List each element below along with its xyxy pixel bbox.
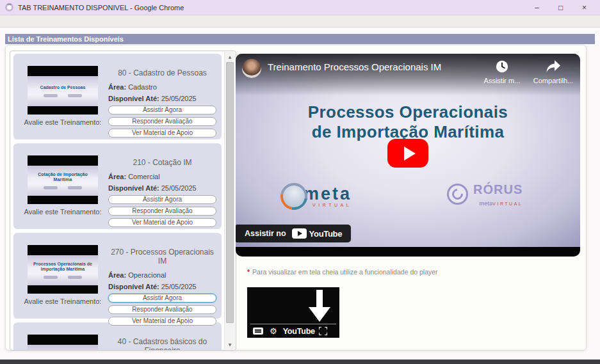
- training-title: 40 - Cadastros básicos do Financeiro: [108, 337, 216, 350]
- maximize-button[interactable]: □: [549, 0, 572, 15]
- view-material-button[interactable]: Ver Material de Apoio: [108, 218, 216, 227]
- card-right-column: 40 - Cadastros básicos do Financeiro: [103, 329, 216, 350]
- training-thumbnail[interactable]: [28, 335, 98, 350]
- card-left-column: Cotação de Importação Marítima Avalie es…: [22, 150, 103, 224]
- rorus-swirl-icon: [447, 184, 468, 205]
- card-left-column: Cadastro de Pessoas Avalie este Treiname…: [22, 60, 103, 134]
- window-controls: – □ ×: [525, 0, 596, 15]
- youtube-wordmark: YouTube: [309, 229, 343, 239]
- training-card-270: Processos Operacionais de Importação Mar…: [13, 233, 222, 319]
- available-label: Disponível Até:: [108, 283, 159, 290]
- main-panel: Cadastro de Pessoas Avalie este Treiname…: [5, 45, 587, 351]
- thumbnail-logos: [44, 276, 82, 279]
- note-asterisk: *: [247, 268, 250, 276]
- fullscreen-note: *Para visualizar em tela cheia utilize a…: [247, 268, 438, 276]
- watch-on-youtube-button[interactable]: Assistir no YouTube: [236, 225, 351, 242]
- watch-on-label: Assistir no: [245, 229, 286, 238]
- player-controls-row: ⚙ YouTube: [247, 324, 339, 338]
- watch-later-button[interactable]: Assistir m...: [475, 59, 529, 84]
- share-label: Compartilh...: [526, 77, 580, 84]
- share-button[interactable]: Compartilh...: [526, 59, 580, 84]
- play-icon: [404, 146, 416, 161]
- scrollbar-thumb[interactable]: [226, 62, 234, 323]
- area-label: Área:: [108, 83, 126, 91]
- rorus-logo: [68, 94, 82, 97]
- area-label: Área:: [108, 173, 126, 180]
- thumbnail-letterbox-bottom: [28, 106, 98, 115]
- meta-virtual-logo: [44, 186, 58, 189]
- training-title: 270 - Processos Operacionais IM: [108, 248, 216, 265]
- list-scrollbar[interactable]: ▲ ▼: [224, 52, 235, 349]
- thumbnail-logos: [44, 94, 82, 97]
- training-thumbnail[interactable]: Cadastro de Pessoas: [28, 66, 98, 115]
- thumbnail-letterbox-top: [28, 245, 98, 255]
- available-line: Disponível Até:25/05/2025: [108, 283, 216, 290]
- clock-icon: [495, 59, 509, 74]
- answer-evaluation-button[interactable]: Responder Avaliação: [108, 207, 216, 216]
- thumbnail-slide: Cotação de Importação Marítima: [28, 166, 98, 196]
- training-title: 210 - Cotação IM: [108, 158, 216, 167]
- rate-training-label: Avalie este Treinamento:: [24, 208, 102, 216]
- close-button[interactable]: ×: [572, 0, 596, 15]
- thumbnail-logos: [44, 186, 82, 189]
- minimize-button[interactable]: –: [525, 0, 549, 15]
- watch-now-button[interactable]: Assistir Agora: [108, 106, 216, 115]
- titlebar: TAB TREINAMENTO DISPONIVEL - Google Chro…: [0, 0, 600, 15]
- subtitles-icon: [253, 328, 263, 335]
- view-material-button[interactable]: Ver Material de Apoio: [108, 129, 216, 138]
- meta-virtual-logo: [44, 276, 58, 279]
- video-player[interactable]: Processos Operacionais de Importação Mar…: [236, 54, 580, 257]
- available-label: Disponível Até:: [108, 184, 159, 192]
- card-right-column: 270 - Processos Operacionais IM Área:Ope…: [103, 239, 216, 313]
- watch-now-button-focused[interactable]: Assistir Agora: [108, 294, 216, 303]
- scrollbar-down-icon[interactable]: ▼: [225, 340, 235, 349]
- thumbnail-slide: Cadastro de Pessoas: [28, 76, 98, 106]
- area-value: Cadastro: [128, 83, 157, 91]
- slide-title: Processos Operacionais de Importação Mar…: [236, 102, 580, 142]
- fullscreen-icon: [319, 327, 327, 335]
- note-text: Para visualizar em tela cheia utilize a …: [252, 268, 438, 276]
- gear-icon: ⚙: [270, 327, 277, 335]
- available-line: Disponível Até:25/05/2025: [108, 184, 216, 192]
- view-material-button[interactable]: Ver Material de Apoio: [108, 317, 216, 326]
- card-left-column: [22, 329, 103, 350]
- meta-swirl-icon: [275, 178, 312, 215]
- slide-title-line1: Processos Operacionais: [236, 102, 580, 122]
- meta-logo-word: meta: [304, 186, 352, 202]
- answer-evaluation-button[interactable]: Responder Avaliação: [108, 305, 216, 314]
- area-value: Operacional: [128, 271, 166, 279]
- training-thumbnail[interactable]: Processos Operacionais de Importação Mar…: [28, 245, 98, 294]
- area-value: Comercial: [128, 173, 160, 180]
- thumbnail-slide: Processos Operacionais de Importação Mar…: [28, 255, 98, 285]
- video-title[interactable]: Treinamento Processos Operacionais IM: [268, 61, 441, 72]
- card-right-column: 210 - Cotação IM Área:Comercial Disponív…: [103, 150, 216, 224]
- answer-evaluation-button[interactable]: Responder Avaliação: [108, 117, 216, 126]
- training-thumbnail[interactable]: Cotação de Importação Marítima: [28, 155, 98, 204]
- rorus-logo: [68, 276, 82, 279]
- youtube-play-icon: [292, 228, 307, 239]
- thumbnail-letterbox-top: [28, 66, 98, 76]
- channel-avatar[interactable]: [242, 59, 261, 78]
- thumbnail-letterbox-bottom: [28, 285, 98, 294]
- thumbnail-title: Cadastro de Pessoas: [35, 85, 91, 90]
- share-arrow-icon: [546, 59, 561, 74]
- available-line: Disponível Até:25/05/2025: [108, 95, 216, 102]
- available-value: 25/05/2025: [161, 283, 197, 290]
- rorus-logo: [68, 186, 82, 189]
- meta-virtual-logo: meta VIRTUAL: [280, 183, 352, 210]
- down-arrow-icon: [308, 290, 331, 323]
- training-list: Cadastro de Pessoas Avalie este Treiname…: [10, 51, 236, 351]
- toolbar-strip: [0, 15, 600, 28]
- available-value: 25/05/2025: [161, 95, 197, 102]
- available-label: Disponível Até:: [108, 95, 159, 102]
- training-card-40: 40 - Cadastros básicos do Financeiro: [13, 322, 222, 350]
- youtube-wordmark: YouTube: [283, 327, 315, 336]
- youtube-play-button[interactable]: [387, 139, 428, 168]
- scrollbar-up-icon[interactable]: ▲: [225, 52, 235, 61]
- fullscreen-hint-image: ⚙ YouTube: [247, 287, 339, 338]
- app-icon: [5, 3, 13, 12]
- watch-now-button[interactable]: Assistir Agora: [108, 195, 216, 204]
- window-bottom-edge: [0, 360, 600, 364]
- training-title: 80 - Cadastro de Pessoas: [108, 68, 216, 77]
- thumbnail-letterbox-top: [28, 335, 98, 345]
